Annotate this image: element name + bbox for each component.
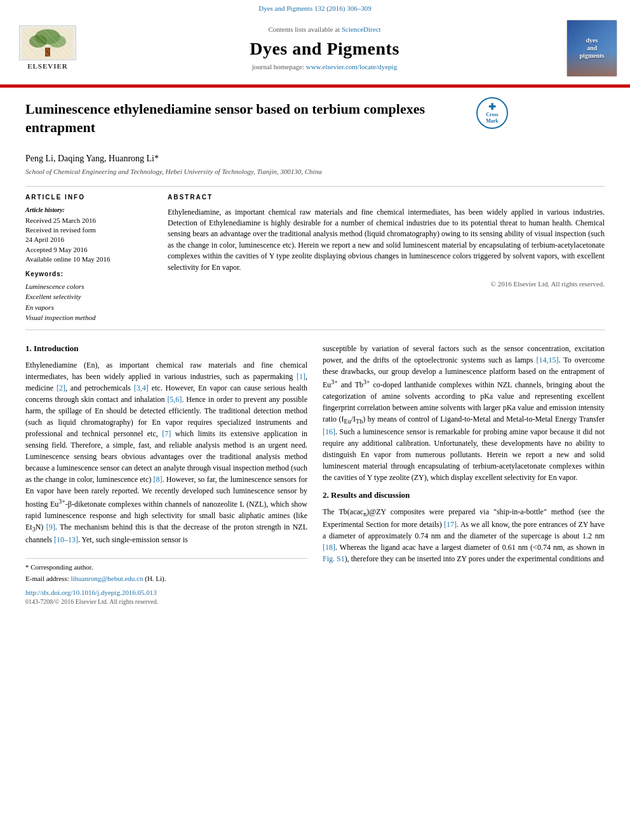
ref-8[interactable]: [8] xyxy=(154,475,163,484)
abstract-title: ABSTRACT xyxy=(168,193,605,202)
journal-citation: Dyes and Pigments 132 (2016) 306–309 xyxy=(258,4,372,12)
affiliation: School of Chemical Engineering and Techn… xyxy=(25,167,605,177)
elsevier-brand-text: ELSEVIER xyxy=(27,62,68,71)
fig-s1-link[interactable]: Fig. S1 xyxy=(323,554,345,563)
ref-16[interactable]: [16] xyxy=(323,427,335,436)
elsevier-logo: ELSEVIER xyxy=(13,25,83,71)
article-body: Luminescence ethylenediamine sensor base… xyxy=(0,88,630,619)
journal-header: Dyes and Pigments 132 (2016) 306–309 ELS… xyxy=(0,0,630,86)
section1-right-paragraph: susceptible by variation of several fact… xyxy=(323,343,605,483)
email-suffix: (H. Li). xyxy=(145,575,166,582)
history-title: Article history: xyxy=(25,206,152,215)
contents-available-text: Contents lists available at ScienceDirec… xyxy=(89,25,560,34)
keyword-3: En vapors xyxy=(25,302,152,313)
keyword-2: Excellent selectivity xyxy=(25,291,152,302)
body-right-column: susceptible by variation of several fact… xyxy=(323,343,605,607)
journal-top-bar: Dyes and Pigments 132 (2016) 306–309 xyxy=(0,0,630,15)
ref-18[interactable]: [18] xyxy=(323,543,335,552)
header-main: ELSEVIER Contents lists available at Sci… xyxy=(0,15,630,82)
page: Dyes and Pigments 132 (2016) 306–309 ELS… xyxy=(0,0,630,619)
title-row: Luminescence ethylenediamine sensor base… xyxy=(25,100,605,145)
science-direct-link[interactable]: ScienceDirect xyxy=(342,25,381,33)
email-link[interactable]: lihuanrong@hebut.edu.cn xyxy=(70,575,143,582)
crossmark-badge: ✚ CrossMark xyxy=(476,97,508,129)
keywords-title: Keywords: xyxy=(25,270,152,279)
header-center: Contents lists available at ScienceDirec… xyxy=(89,25,560,72)
svg-rect-4 xyxy=(45,48,50,57)
ref-3-4[interactable]: [3,4] xyxy=(134,383,149,392)
article-info: ARTICLE INFO Article history: Received 2… xyxy=(25,193,152,323)
journal-homepage-link[interactable]: www.elsevier.com/locate/dyepig xyxy=(306,63,397,70)
accepted-line: Accepted 9 May 2016 xyxy=(25,245,152,255)
ref-1[interactable]: [1] xyxy=(297,372,305,381)
footnote-area: * Corresponding author. E-mail address: … xyxy=(25,558,307,606)
section1-paragraph-1: Ethylenediamine (En), as important chemi… xyxy=(25,359,307,545)
article-info-title: ARTICLE INFO xyxy=(25,193,152,202)
doi-line: http://dx.doi.org/10.1016/j.dyepig.2016.… xyxy=(25,588,307,597)
ref-5-6[interactable]: [5,6] xyxy=(167,395,182,404)
ref-17[interactable]: [17] xyxy=(444,520,457,529)
journal-thumbnail: dyes and pigments xyxy=(566,20,617,77)
copyright-line: © 2016 Elsevier Ltd. All rights reserved… xyxy=(168,279,605,289)
doi-link[interactable]: http://dx.doi.org/10.1016/j.dyepig.2016.… xyxy=(25,589,157,596)
svg-point-3 xyxy=(48,35,66,48)
email-label: E-mail address: xyxy=(25,575,69,582)
authors: Peng Li, Daqing Yang, Huanrong Li* xyxy=(25,152,605,165)
journal-title: Dyes and Pigments xyxy=(89,36,560,61)
received-revised-date: 24 April 2016 xyxy=(25,235,152,244)
info-abstract-section: ARTICLE INFO Article history: Received 2… xyxy=(25,193,605,323)
journal-homepage: journal homepage: www.elsevier.com/locat… xyxy=(89,62,560,72)
abstract-text: Ethylenediamine, as important chemical r… xyxy=(168,207,605,273)
divider-1 xyxy=(25,186,605,187)
ref-2[interactable]: [2] xyxy=(57,383,65,392)
article-title: Luminescence ethylenediamine sensor base… xyxy=(25,100,470,137)
body-left-column: 1. Introduction Ethylenediamine (En), as… xyxy=(25,343,307,607)
ref-9[interactable]: [9] xyxy=(46,523,55,531)
section2-title: 2. Results and discussion xyxy=(323,490,605,501)
thumbnail-label: dyes and pigments xyxy=(580,37,605,60)
email-line: E-mail address: lihuanrong@hebut.edu.cn … xyxy=(25,574,307,583)
section2-paragraph-1: The Tb(acacn)@ZY composites were prepare… xyxy=(323,506,605,564)
elsevier-logo-image xyxy=(19,25,76,60)
received-revised-label: Received in revised form xyxy=(25,225,152,235)
svg-rect-0 xyxy=(22,27,73,59)
ref-7[interactable]: [7] xyxy=(162,429,171,438)
divider-2 xyxy=(25,330,605,330)
svg-point-1 xyxy=(35,29,60,44)
abstract-section: ABSTRACT Ethylenediamine, as important c… xyxy=(168,193,605,323)
received-line: Received 25 March 2016 xyxy=(25,216,152,225)
section1-title: 1. Introduction xyxy=(25,343,307,354)
elsevier-tree-icon xyxy=(22,27,73,59)
keywords-section: Keywords: Luminescence colors Excellent … xyxy=(25,270,152,323)
available-online-line: Available online 10 May 2016 xyxy=(25,255,152,264)
ref-10-13[interactable]: [10–13] xyxy=(54,535,78,544)
history-group: Article history: Received 25 March 2016 … xyxy=(25,206,152,265)
keyword-1: Luminescence colors xyxy=(25,281,152,292)
ref-14-15[interactable]: [14,15] xyxy=(536,356,558,364)
keyword-4: Visual inspection method xyxy=(25,312,152,323)
body-columns: 1. Introduction Ethylenediamine (En), as… xyxy=(25,343,605,607)
issn-line: 0143-7208/© 2016 Elsevier Ltd. All right… xyxy=(25,597,307,606)
svg-point-2 xyxy=(29,35,47,48)
corresponding-author: * Corresponding author. xyxy=(25,563,307,572)
